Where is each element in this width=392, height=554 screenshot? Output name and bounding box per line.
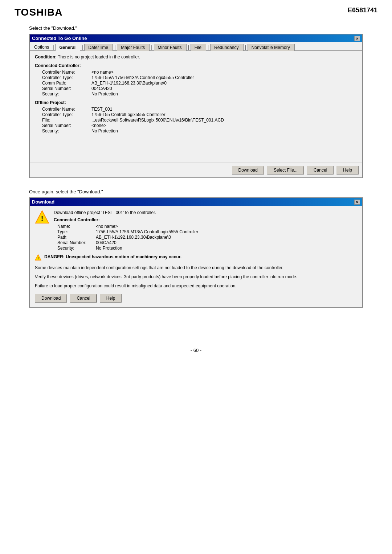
dialog1-title: Connected To Go Online bbox=[32, 36, 87, 41]
tab-datetime[interactable]: Date/Time bbox=[84, 44, 113, 51]
connected-field-value-4: No Protection bbox=[91, 91, 357, 97]
offline-field-value-3: <none> bbox=[91, 123, 357, 128]
tab-minor-faults[interactable]: Minor Faults bbox=[154, 44, 187, 51]
offline-field-label-4: Security: bbox=[42, 128, 89, 134]
dialog2-close-button[interactable]: × bbox=[354, 200, 360, 205]
tab-nonvolatile-memory[interactable]: Nonvolatile Memory bbox=[248, 44, 295, 51]
dialog1-select-file-button[interactable]: Select File... bbox=[267, 166, 304, 175]
dialog2-download-button[interactable]: Download bbox=[35, 294, 67, 303]
connected-field-value-2: AB_ETH-1\192.168.23.30\Backplane\0 bbox=[91, 81, 357, 86]
dialog2-titlebar: Download × bbox=[30, 198, 362, 206]
svg-text:!: ! bbox=[38, 257, 39, 260]
tabs-sep2: | bbox=[81, 44, 83, 50]
page-footer: - 60 - bbox=[0, 348, 392, 360]
offline-field-value-2: ...es\Rockwell Software\RSLogix 5000\ENU… bbox=[91, 118, 357, 123]
tab-redundancy[interactable]: Redundancy bbox=[210, 44, 243, 51]
dialog2-body: ! Download offline project 'TEST_001' to… bbox=[30, 206, 362, 307]
offline-field-label-0: Controller Name: bbox=[42, 107, 89, 112]
dialog2-top-section: ! Download offline project 'TEST_001' to… bbox=[35, 210, 357, 251]
tab-major-faults[interactable]: Major Faults bbox=[117, 44, 150, 51]
d2-field-value-4: No Protection bbox=[96, 246, 198, 251]
toshiba-logo: TOSHIBA bbox=[15, 7, 63, 18]
connected-to-go-online-dialog: Connected To Go Online × Options | Gener… bbox=[29, 34, 363, 178]
connected-controller-grid: Controller Name: <no name> Controller Ty… bbox=[42, 70, 357, 97]
d2-field-label-0: Name: bbox=[57, 224, 94, 229]
dialog1-cancel-button[interactable]: Cancel bbox=[307, 166, 334, 175]
svg-text:!: ! bbox=[41, 214, 44, 222]
tabs-sep4: | bbox=[150, 44, 153, 50]
offline-project-header: Offline Project: bbox=[35, 100, 357, 105]
connected-field-value-0: <no name> bbox=[91, 70, 357, 75]
d2-field-value-3: 004CA420 bbox=[96, 240, 198, 245]
connected-field-value-3: 004CA420 bbox=[91, 86, 357, 91]
connected-controller-header: Connected Controller: bbox=[35, 63, 357, 68]
condition-row: Condition: There is no project loaded in… bbox=[35, 54, 357, 59]
tabs-sep6: | bbox=[207, 44, 209, 50]
dialog1-help-button[interactable]: Help bbox=[336, 166, 359, 175]
connected-field-value-1: 1756-L55/A 1756-M13/A ControlLogix5555 C… bbox=[91, 75, 357, 80]
tabs-sep7: | bbox=[244, 44, 247, 50]
tabs-sep5: | bbox=[187, 44, 190, 50]
offline-field-value-4: No Protection bbox=[91, 128, 357, 134]
offline-field-label-1: Controller Type: bbox=[42, 112, 89, 117]
connected-field-label-4: Security: bbox=[42, 91, 89, 97]
dialog2-button-row: Download Cancel Help bbox=[35, 292, 357, 304]
condition-value: There is no project loaded in the contro… bbox=[58, 54, 140, 59]
dialog1-download-button[interactable]: Download bbox=[232, 166, 264, 175]
d2-field-value-1: 1756-L55/A 1756-M13/A ControlLogix5555 C… bbox=[96, 229, 198, 234]
page-number: - 60 - bbox=[191, 348, 201, 353]
section2-instruction: Once again, select the "Download." bbox=[29, 189, 363, 194]
notice-text-1: Verify these devices (drives, network de… bbox=[35, 274, 357, 280]
notice-text-0: Some devices maintain independent config… bbox=[35, 265, 357, 271]
tabs-sep3: | bbox=[114, 44, 116, 50]
offline-field-value-0: TEST_001 bbox=[91, 107, 357, 112]
d2-field-label-1: Type: bbox=[57, 229, 94, 234]
connected-field-label-1: Controller Type: bbox=[42, 75, 89, 80]
danger-row: ! DANGER: Unexpected hazardous motion of… bbox=[35, 254, 357, 262]
download-dialog: Download × ! Download offline project 'T… bbox=[29, 197, 363, 308]
connected-field-label-3: Serial Number: bbox=[42, 86, 89, 91]
dialog1-button-row: Download Select File... Cancel Help bbox=[30, 163, 362, 177]
offline-project-grid: Controller Name: TEST_001 Controller Typ… bbox=[42, 107, 357, 134]
options-label: Options bbox=[32, 44, 51, 50]
danger-warning-icon: ! bbox=[35, 254, 41, 262]
dialog2-cancel-button[interactable]: Cancel bbox=[70, 294, 97, 303]
d2-field-label-4: Security: bbox=[57, 246, 94, 251]
d2-field-label-2: Path: bbox=[57, 235, 94, 240]
d2-field-label-3: Serial Number: bbox=[57, 240, 94, 245]
offline-field-label-3: Serial Number: bbox=[42, 123, 89, 128]
dialog1-titlebar: Connected To Go Online × bbox=[30, 34, 362, 42]
offline-field-value-1: 1756-L55 ControlLogix5555 Controller bbox=[91, 112, 357, 117]
dialog1-close-button[interactable]: × bbox=[354, 36, 360, 41]
warning-icon-large: ! bbox=[35, 210, 49, 226]
notice-text-2: Failure to load proper configuration cou… bbox=[35, 283, 357, 289]
condition-label: Condition: bbox=[35, 54, 57, 59]
main-content: Select the "Download." Connected To Go O… bbox=[0, 22, 392, 333]
d2-field-value-0: <no name> bbox=[96, 224, 198, 229]
danger-text: DANGER: Unexpected hazardous motion of m… bbox=[44, 254, 181, 259]
d2-field-value-2: AB_ETH-1\192.168.23.30\Backplane\0 bbox=[96, 235, 198, 240]
connected-field-label-2: Comm Path: bbox=[42, 81, 89, 86]
page-header: TOSHIBA E6581741 bbox=[0, 0, 392, 22]
dialog1-body: Condition: There is no project loaded in… bbox=[30, 51, 362, 163]
tab-general[interactable]: General bbox=[55, 44, 80, 51]
dialog2-connected-controller-label: Connected Controller: bbox=[54, 217, 198, 222]
connected-field-label-0: Controller Name: bbox=[42, 70, 89, 75]
dialog2-title: Download bbox=[32, 199, 54, 205]
dialog2-project-info: Download offline project 'TEST_001' to t… bbox=[54, 210, 198, 251]
section1-instruction: Select the "Download." bbox=[29, 25, 363, 31]
dialog2-controller-grid: Name: <no name> Type: 1756-L55/A 1756-M1… bbox=[57, 224, 198, 251]
dialog2-project-text: Download offline project 'TEST_001' to t… bbox=[54, 210, 198, 215]
document-id: E6581741 bbox=[348, 7, 377, 14]
dialog1-tabs-row: Options | General | Date/Time | Major Fa… bbox=[30, 42, 362, 51]
tab-file[interactable]: File bbox=[191, 44, 206, 51]
tabs-separator: | bbox=[52, 44, 54, 50]
dialog2-help-button[interactable]: Help bbox=[100, 294, 122, 303]
offline-field-label-2: File: bbox=[42, 118, 89, 123]
